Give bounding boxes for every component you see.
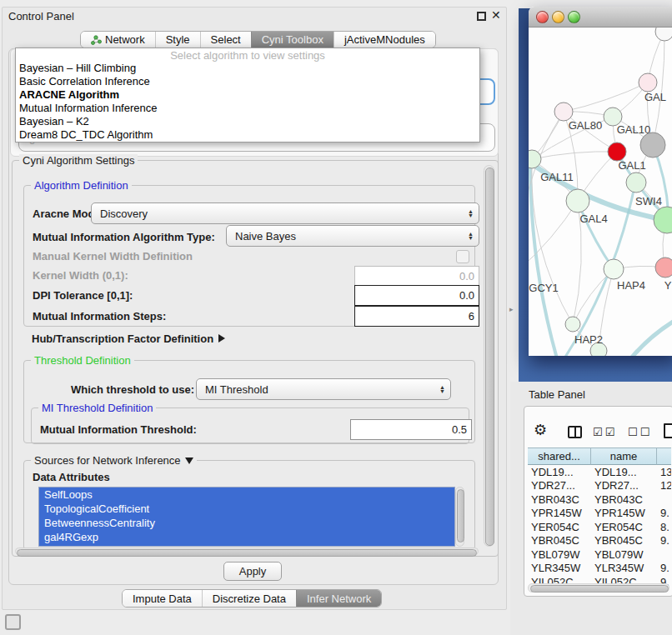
mi-steps-field[interactable]: 6 bbox=[354, 306, 479, 327]
apply-button[interactable]: Apply bbox=[223, 562, 282, 581]
unselect-all-icon[interactable]: ☐☐ bbox=[628, 426, 652, 438]
table-cell: 9. bbox=[657, 507, 671, 519]
tab-impute-data[interactable]: Impute Data bbox=[123, 590, 202, 607]
expand-right-icon[interactable] bbox=[218, 334, 225, 342]
tab-select[interactable]: Select bbox=[200, 32, 251, 48]
new-table-icon[interactable] bbox=[664, 423, 672, 438]
scrollbar-thumb[interactable] bbox=[485, 168, 494, 546]
network-node[interactable] bbox=[565, 317, 580, 332]
algorithm-option[interactable]: Basic Correlation Inference bbox=[16, 75, 479, 88]
close-button[interactable] bbox=[536, 11, 549, 23]
tab-jactivemnodules[interactable]: jActiveMNodules bbox=[333, 32, 435, 48]
attributes-scrollbar[interactable] bbox=[455, 487, 464, 547]
table-cell: YBL079W bbox=[528, 548, 591, 561]
gear-icon[interactable]: ⚙ bbox=[534, 422, 547, 438]
table-row[interactable]: YLR345WYLR345W9. bbox=[528, 562, 671, 576]
scrollbar-thumb[interactable] bbox=[530, 585, 669, 592]
sources-group-title: Sources for Network Inference bbox=[31, 454, 197, 467]
network-node[interactable] bbox=[655, 28, 672, 41]
table-cell: YDL19... bbox=[591, 466, 657, 478]
network-node[interactable] bbox=[554, 102, 573, 121]
scrollbar-thumb[interactable] bbox=[457, 489, 464, 542]
node-label: GAL11 bbox=[540, 171, 574, 183]
column-header[interactable] bbox=[657, 448, 671, 465]
table-row[interactable]: YBR043CYBR043C bbox=[528, 492, 671, 507]
attribute-item[interactable]: TopologicalCoefficient bbox=[39, 502, 454, 516]
combo-arrows-icon: ▲▼ bbox=[439, 385, 445, 393]
attribute-item[interactable]: gal4RGexp bbox=[39, 530, 454, 544]
collapse-down-icon[interactable] bbox=[185, 458, 193, 464]
settings-scrollbar-horizontal[interactable] bbox=[15, 548, 479, 555]
network-node[interactable] bbox=[640, 132, 665, 158]
split-columns-icon[interactable] bbox=[568, 426, 582, 438]
threshold-definition-title: Threshold Definition bbox=[31, 354, 134, 367]
algorithm-option[interactable]: Mutual Information Inference bbox=[16, 102, 479, 115]
mi-threshold-label: Mutual Information Threshold: bbox=[40, 423, 197, 436]
aracne-mode-combobox[interactable]: Discovery ▲▼ bbox=[91, 202, 479, 224]
dpi-tolerance-field[interactable]: 0.0 bbox=[354, 285, 479, 306]
network-node[interactable] bbox=[654, 207, 672, 233]
mi-threshold-group-title: MI Threshold Definition bbox=[38, 402, 156, 414]
zoom-button[interactable] bbox=[568, 11, 580, 23]
mi-threshold-field[interactable]: 0.5 bbox=[350, 419, 472, 440]
minimize-button[interactable] bbox=[552, 11, 564, 23]
float-window-icon[interactable] bbox=[477, 12, 486, 21]
table-row[interactable]: YBR045CYBR045C9. bbox=[528, 534, 671, 548]
network-window-titlebar[interactable] bbox=[529, 7, 672, 28]
table-cell: YPR145W bbox=[528, 507, 591, 519]
network-node[interactable] bbox=[604, 259, 624, 279]
network-canvas-svg: GALGAL80GAL10GAL1GAL11SWI4GAL4GCY1HAP4YH… bbox=[529, 28, 672, 356]
table-cell: YLR345W bbox=[591, 562, 657, 574]
manual-kernel-checkbox[interactable] bbox=[456, 250, 469, 263]
column-header[interactable]: shared... bbox=[528, 448, 591, 465]
aracne-mode-value: Discovery bbox=[100, 208, 148, 220]
minimized-panel-icon[interactable] bbox=[5, 614, 21, 630]
select-all-icon[interactable]: ☑☑ bbox=[593, 426, 617, 438]
table-cell: YDL19... bbox=[528, 466, 591, 478]
column-header[interactable]: name bbox=[591, 448, 657, 465]
table-row[interactable]: YER054CYER054C8. bbox=[528, 520, 671, 534]
which-threshold-combobox[interactable]: MI Threshold ▲▼ bbox=[196, 378, 451, 400]
node-label: SWI4 bbox=[635, 195, 662, 208]
splitter-handle[interactable]: ▸ bbox=[509, 305, 514, 313]
data-attributes-list[interactable]: SelfLoopsTopologicalCoefficientBetweenne… bbox=[38, 487, 455, 547]
close-icon[interactable]: ✕ bbox=[491, 8, 501, 22]
network-edge[interactable] bbox=[530, 161, 565, 356]
mi-type-combobox[interactable]: Naive Bayes ▲▼ bbox=[226, 225, 479, 247]
mi-steps-label: Mutual Information Steps: bbox=[33, 310, 166, 322]
network-node[interactable] bbox=[566, 189, 589, 212]
settings-scrollbar-vertical[interactable] bbox=[484, 165, 494, 547]
network-canvas[interactable]: GALGAL80GAL10GAL1GAL11SWI4GAL4GCY1HAP4YH… bbox=[529, 28, 672, 356]
attribute-item[interactable]: SelfLoops bbox=[39, 488, 454, 502]
network-node[interactable] bbox=[608, 142, 626, 161]
table-row[interactable]: YBL079WYBL079W bbox=[528, 548, 671, 562]
tab-discretize-data[interactable]: Discretize Data bbox=[202, 590, 296, 607]
data-attributes-label: Data Attributes bbox=[33, 471, 110, 483]
tab-style[interactable]: Style bbox=[155, 32, 200, 48]
table-cell: YBL079W bbox=[591, 548, 657, 561]
mi-threshold-group: MI Threshold Definition Mutual Informati… bbox=[31, 408, 469, 444]
kernel-width-label: Kernel Width (0,1): bbox=[33, 269, 128, 282]
network-node[interactable] bbox=[626, 172, 646, 192]
tab-cyni-toolbox[interactable]: Cyni Toolbox bbox=[251, 32, 333, 48]
table-row[interactable]: YPR145WYPR145W9. bbox=[528, 507, 671, 521]
network-node[interactable] bbox=[655, 258, 672, 278]
table-scrollbar-horizontal[interactable] bbox=[528, 583, 669, 592]
table-row[interactable]: YDR27...YDR27...12 bbox=[528, 479, 671, 493]
network-edge[interactable] bbox=[529, 152, 670, 221]
attribute-item[interactable]: BetweennessCentrality bbox=[39, 516, 454, 530]
network-node[interactable] bbox=[639, 73, 657, 92]
scrollbar-thumb[interactable] bbox=[17, 549, 477, 557]
algorithm-option[interactable]: Dream8 DC_TDC Algorithm bbox=[16, 128, 479, 142]
hub-definition-section[interactable]: Hub/Transcription Factor Definition bbox=[32, 332, 225, 345]
network-node[interactable] bbox=[529, 150, 541, 168]
algorithm-option[interactable]: Bayesian – K2 bbox=[16, 115, 479, 128]
network-edge[interactable] bbox=[608, 319, 672, 356]
tab-infer-network[interactable]: Infer Network bbox=[296, 590, 381, 607]
table-header: shared...name bbox=[528, 448, 671, 465]
tab-network[interactable]: Network bbox=[81, 32, 155, 48]
kernel-width-field[interactable]: 0.0 bbox=[354, 266, 479, 286]
algorithm-option[interactable]: Bayesian – Hill Climbing bbox=[16, 62, 479, 75]
table-row[interactable]: YDL19...YDL19...13 bbox=[528, 465, 671, 479]
algorithm-option[interactable]: ARACNE Algorithm bbox=[16, 88, 479, 102]
